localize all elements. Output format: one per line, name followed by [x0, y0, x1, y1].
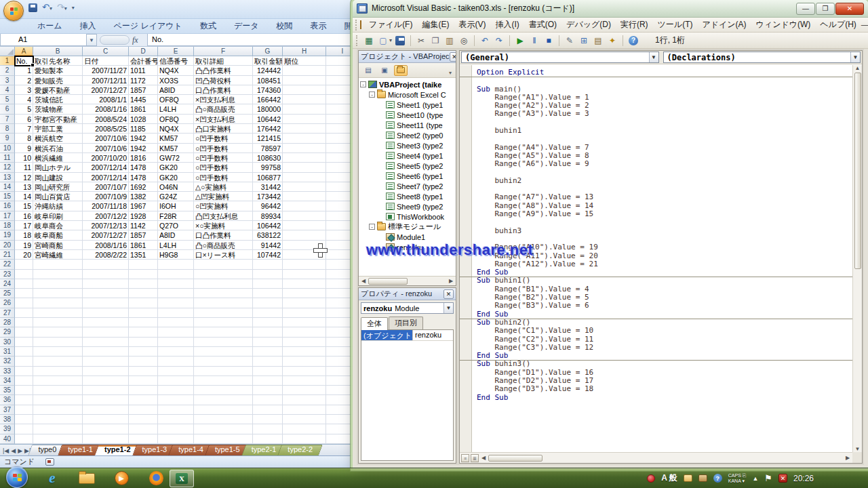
grid-cell[interactable] [283, 405, 326, 415]
row-header[interactable]: 1 [0, 56, 15, 66]
grid-cell[interactable]: L4LH [158, 104, 194, 114]
column-header[interactable]: G [253, 47, 283, 56]
sheet-tab-type2-2[interactable]: type2-2 [279, 445, 321, 455]
row-header[interactable]: 26 [0, 298, 15, 308]
ime-pad-icon[interactable] [684, 474, 692, 482]
scroll-right-icon[interactable]: ▶ [843, 455, 852, 461]
name-box-dropdown-icon[interactable]: ▼ [87, 34, 97, 46]
grid-cell[interactable] [33, 308, 83, 318]
grid-cell[interactable]: NQ4X [158, 124, 194, 134]
grid-cell[interactable] [194, 357, 253, 366]
grid-cell[interactable]: 106877 [253, 173, 283, 182]
grid-cell[interactable] [83, 386, 129, 395]
grid-cell[interactable] [83, 318, 129, 327]
row-header[interactable]: 7 [0, 115, 15, 124]
grid-cell[interactable] [83, 415, 129, 424]
paste-icon[interactable]: ▥ [443, 35, 456, 47]
grid-cell[interactable]: No. [15, 56, 33, 66]
grid-cell[interactable] [33, 338, 83, 347]
grid-cell[interactable] [83, 357, 129, 366]
grid-cell[interactable] [15, 318, 33, 327]
selector-dropdown-icon[interactable]: ▼ [443, 303, 453, 313]
grid-cell[interactable]: 凸○商品販売 [194, 241, 253, 250]
grid-cell[interactable] [129, 386, 158, 395]
column-header[interactable]: H [283, 47, 326, 56]
insert-function-icon[interactable]: fx [132, 34, 147, 46]
grid-cell[interactable] [83, 327, 129, 337]
tree-item[interactable]: Sheet3 (type2 [359, 140, 456, 150]
column-header[interactable]: E [158, 47, 194, 56]
toolbar-options-icon[interactable]: ▾ [449, 70, 453, 77]
grid-cell[interactable] [283, 230, 326, 240]
grid-cell[interactable] [253, 260, 283, 269]
grid-cell[interactable]: 愛知販売 [33, 76, 83, 85]
grid-cell[interactable]: 107442 [253, 250, 283, 260]
macro-record-icon[interactable] [45, 458, 54, 466]
row-header[interactable]: 27 [0, 308, 15, 318]
grid-cell[interactable] [194, 415, 253, 424]
row-header[interactable]: 20 [0, 241, 15, 250]
grid-cell[interactable] [283, 85, 326, 95]
show-hidden-icons-icon[interactable]: ▲ [752, 475, 758, 482]
grid-cell[interactable] [33, 298, 83, 308]
grid-cell[interactable]: 岡山ホテル [33, 163, 83, 172]
save-icon[interactable] [28, 3, 37, 12]
row-header[interactable]: 11 [0, 153, 15, 163]
row-header[interactable]: 5 [0, 95, 15, 104]
grid-cell[interactable] [33, 289, 83, 298]
toolbox-icon[interactable]: ✦ [606, 35, 618, 47]
find-icon[interactable]: ◎ [458, 35, 470, 47]
grid-cell[interactable]: ○凹手数料 [194, 144, 253, 153]
row-header[interactable]: 22 [0, 260, 15, 269]
grid-cell[interactable] [158, 395, 194, 405]
grid-cell[interactable] [194, 298, 253, 308]
grid-cell[interactable] [83, 270, 129, 279]
caps-kana-indicator[interactable]: CAPS ⎘KANA ▾ [728, 473, 747, 484]
grid-cell[interactable]: 2007/12/14 [83, 163, 129, 172]
grid-cell[interactable] [158, 424, 194, 434]
grid-cell[interactable] [83, 338, 129, 347]
grid-cell[interactable]: 1382 [129, 192, 158, 201]
grid-cell[interactable] [253, 376, 283, 386]
tab-alphabetic[interactable]: 全体 [361, 317, 388, 330]
grid-cell[interactable]: 108451 [253, 76, 283, 85]
grid-cell[interactable] [129, 347, 158, 357]
vbe-menu-item[interactable]: ツール(T) [653, 18, 698, 32]
grid-cell[interactable]: 1942 [129, 144, 158, 153]
grid-cell[interactable] [283, 250, 326, 260]
copy-icon[interactable]: ❐ [429, 35, 441, 47]
grid-cell[interactable]: 凹凸荷役料 [194, 76, 253, 85]
grid-cell[interactable] [194, 424, 253, 434]
grid-cell[interactable]: 1 [15, 66, 33, 75]
grid-cell[interactable] [194, 289, 253, 298]
toolbar-grip[interactable] [356, 35, 359, 46]
grid-cell[interactable] [158, 260, 194, 269]
grid-cell[interactable] [83, 405, 129, 415]
grid-cell[interactable] [194, 327, 253, 337]
grid-cell[interactable]: 2007/10/9 [83, 192, 129, 201]
scroll-left-icon[interactable]: ◀ [479, 455, 488, 461]
grid-cell[interactable]: OF8Q [158, 115, 194, 124]
grid-cell[interactable]: ×○実施料 [194, 221, 253, 230]
row-header[interactable]: 36 [0, 395, 15, 405]
tree-expander-icon[interactable]: - [360, 81, 366, 87]
grid-cell[interactable]: 121415 [253, 134, 283, 143]
prev-sheet-icon[interactable]: ◀ [11, 447, 16, 454]
grid-cell[interactable] [15, 298, 33, 308]
grid-cell[interactable] [129, 357, 158, 366]
grid-cell[interactable] [283, 308, 326, 318]
grid-cell[interactable]: 1172 [129, 76, 158, 85]
grid-cell[interactable]: 2007/10/6 [83, 134, 129, 143]
grid-cell[interactable] [158, 367, 194, 376]
grid-cell[interactable]: 1185 [129, 124, 158, 134]
grid-cell[interactable] [15, 308, 33, 318]
grid-cell[interactable]: Q27O [158, 221, 194, 230]
grid-cell[interactable] [194, 347, 253, 357]
grid-cell[interactable] [158, 415, 194, 424]
grid-cell[interactable] [83, 308, 129, 318]
grid-cell[interactable] [129, 434, 158, 444]
security-alert-icon[interactable]: ✕ [778, 474, 787, 483]
grid-cell[interactable]: 10 [15, 153, 33, 163]
row-header[interactable]: 14 [0, 182, 15, 192]
grid-cell[interactable]: 11 [15, 163, 33, 172]
